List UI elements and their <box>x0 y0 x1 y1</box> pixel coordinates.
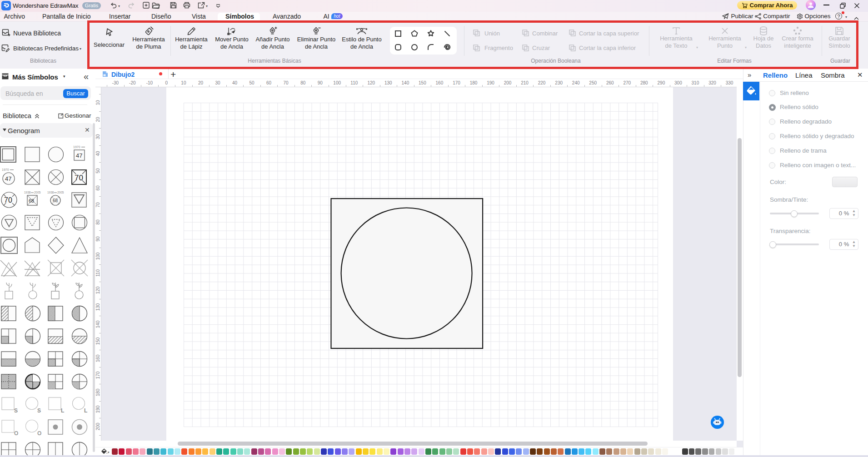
svg-text:47: 47 <box>5 175 11 182</box>
svg-text:1938: 1938 <box>24 191 31 194</box>
svg-text:70: 70 <box>4 196 12 204</box>
svg-text:L: L <box>61 407 64 414</box>
svg-text:47: 47 <box>76 152 82 159</box>
svg-text:2005: 2005 <box>34 191 41 194</box>
svg-text:1970: 1970 <box>2 168 9 171</box>
svg-text:O: O <box>14 430 18 437</box>
svg-text:68: 68 <box>29 198 34 204</box>
svg-text:1938: 1938 <box>47 191 54 194</box>
svg-text:O: O <box>37 430 41 437</box>
svg-text:S: S <box>14 407 18 414</box>
svg-text:68: 68 <box>53 198 58 203</box>
svg-text:S: S <box>37 407 41 414</box>
svg-text:2005: 2005 <box>57 191 64 194</box>
svg-text:70: 70 <box>75 174 83 182</box>
svg-text:L: L <box>84 407 87 414</box>
svg-text:1970: 1970 <box>73 145 80 149</box>
